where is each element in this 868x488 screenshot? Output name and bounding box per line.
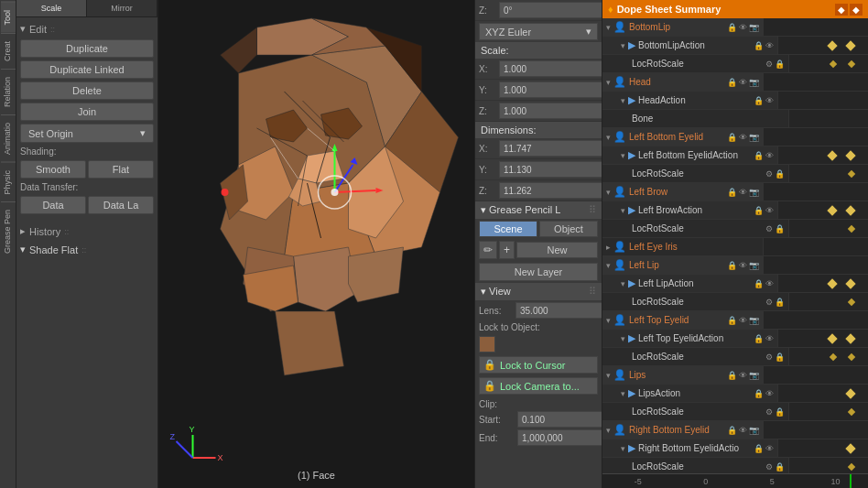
eye-icon[interactable]: 👁 (765, 279, 774, 288)
list-item[interactable]: ▾ 👤 Lips 🔒 👁 📷 (602, 366, 868, 385)
list-item[interactable]: ▾ ▶ Left BrowAction 🔒 👁 (602, 201, 868, 220)
list-item[interactable]: ▾ ▶ Left Top EyelidAction 🔒 👁 (602, 330, 868, 348)
plus-icon-btn[interactable]: + (499, 241, 515, 259)
lock-to-cursor-button[interactable]: 🔒 Lock to Cursor (479, 356, 598, 374)
lock-icon[interactable]: 🔒 (754, 444, 764, 453)
settings-icon[interactable]: ⚙ (765, 407, 773, 417)
lock-icon[interactable]: 🔒 (775, 407, 785, 417)
eye-icon[interactable]: 👁 (739, 133, 747, 142)
lock-icon[interactable]: 🔒 (754, 206, 764, 215)
list-item[interactable]: ▸ 👤 Left Eye Iris (602, 238, 868, 256)
expand-arrow[interactable]: ▾ (606, 23, 611, 32)
list-item[interactable]: LocRotScale ⚙ 🔒 (602, 55, 868, 73)
list-item[interactable]: ▾ 👤 Right Bottom Eyelid 🔒 👁 📷 (602, 421, 868, 439)
camera-icon[interactable]: 📷 (749, 316, 759, 325)
lock-icon[interactable]: 🔒 (727, 78, 737, 87)
list-item[interactable]: LocRotScale ⚙ 🔒 (602, 348, 868, 366)
list-item[interactable]: ▾ ▶ LipsAction 🔒 👁 (602, 385, 868, 403)
end-input[interactable] (517, 429, 602, 446)
eye-icon[interactable]: 👁 (739, 78, 747, 87)
tab-tool[interactable]: Tool (1, 2, 16, 33)
lens-input[interactable] (515, 302, 602, 319)
list-item[interactable]: LocRotScale ⚙ 🔒 (602, 165, 868, 183)
expand-arrow[interactable]: ▾ (606, 261, 611, 270)
list-item[interactable]: ▾ 👤 Left Top Eyelid 🔒 👁 📷 (602, 311, 868, 330)
lock-icon[interactable]: 🔒 (775, 224, 785, 233)
list-item[interactable]: Bone (602, 110, 868, 128)
timeline-ruler[interactable]: -5 0 5 10 (602, 473, 868, 488)
expand-arrow[interactable]: ▾ (621, 334, 625, 343)
list-item[interactable]: LocRotScale ⚙ 🔒 (602, 220, 868, 238)
list-item[interactable]: ▾ ▶ Left Bottom EyelidAction 🔒 👁 (602, 146, 868, 165)
eye-icon[interactable]: 👁 (739, 316, 747, 325)
list-item[interactable]: ▾ ▶ HeadAction 🔒 👁 (602, 92, 868, 110)
eye-icon[interactable]: 👁 (765, 206, 774, 215)
camera-icon[interactable]: 📷 (749, 371, 759, 380)
eye-icon[interactable]: 👁 (739, 371, 747, 380)
expand-arrow[interactable]: ▾ (606, 371, 611, 380)
list-item[interactable]: LocRotScale ⚙ 🔒 (602, 458, 868, 473)
expand-arrow[interactable]: ▾ (606, 426, 611, 435)
list-item[interactable]: ▾ 👤 Head 🔒 👁 📷 (602, 73, 868, 92)
tab-physic[interactable]: Physic (1, 162, 16, 202)
lock-icon[interactable]: 🔒 (727, 23, 737, 32)
flat-button[interactable]: Flat (88, 160, 154, 179)
list-item[interactable]: LocRotScale ⚙ 🔒 (602, 403, 868, 421)
shade-arrow[interactable]: ▾ (20, 244, 26, 255)
settings-icon[interactable]: ⚙ (765, 60, 773, 69)
object-tab[interactable]: Object (539, 221, 598, 237)
dim-x-input[interactable] (499, 140, 602, 157)
dope-list[interactable]: ▾ 👤 BottomLip 🔒 👁 📷 ▾ ▶ BottomLipAction … (602, 18, 868, 473)
eye-icon[interactable]: 👁 (765, 96, 774, 105)
scale-y-input[interactable] (499, 81, 602, 98)
data-button[interactable]: Data (20, 196, 86, 214)
orientation-dropdown[interactable]: XYZ Euler ▾ (479, 23, 598, 40)
list-item[interactable]: ▾ ▶ Right Bottom EyelidActio 🔒 👁 (602, 439, 868, 458)
list-item[interactable]: ▾ 👤 Left Lip 🔒 👁 📷 (602, 256, 868, 275)
eye-icon[interactable]: 👁 (739, 426, 747, 435)
settings-icon[interactable]: ⚙ (765, 169, 773, 179)
expand-arrow[interactable]: ▾ (621, 279, 625, 288)
scale-z-input[interactable] (499, 103, 602, 119)
expand-arrow[interactable]: ▾ (606, 316, 611, 325)
eye-icon[interactable]: 👁 (739, 23, 747, 32)
duplicate-linked-button[interactable]: Duplicate Linked (20, 60, 154, 79)
camera-icon[interactable]: 📷 (749, 188, 759, 197)
eye-icon[interactable]: 👁 (765, 444, 774, 453)
lock-icon[interactable]: 🔒 (754, 96, 764, 105)
settings-icon[interactable]: ⚙ (765, 352, 773, 362)
expand-arrow[interactable]: ▾ (621, 389, 625, 398)
eye-icon[interactable]: 👁 (739, 188, 747, 197)
list-item[interactable]: ▾ ▶ Left LipAction 🔒 👁 (602, 275, 868, 293)
tab-creat[interactable]: Creat (1, 33, 16, 69)
lock-icon[interactable]: 🔒 (727, 316, 737, 325)
expand-arrow[interactable]: ▾ (621, 41, 625, 50)
rot-z-input[interactable] (499, 2, 602, 18)
tab-grease-pen[interactable]: Grease Pen (1, 201, 16, 261)
duplicate-button[interactable]: Duplicate (20, 39, 154, 58)
pencil-icon-btn[interactable]: ✏ (479, 241, 497, 259)
lock-icon[interactable]: 🔒 (727, 261, 737, 270)
new-layer-button[interactable]: New Layer (479, 263, 598, 281)
camera-icon[interactable]: 📷 (749, 23, 759, 32)
camera-icon[interactable]: 📷 (749, 133, 759, 142)
list-item[interactable]: ▾ ▶ BottomLipAction 🔒 👁 (602, 37, 868, 55)
grease-pencil-section[interactable]: ▾ Grease Pencil L ⠿ (475, 201, 602, 219)
tab-mirror[interactable]: Mirror (87, 0, 157, 16)
join-button[interactable]: Join (20, 103, 154, 121)
camera-icon[interactable]: 📷 (749, 261, 759, 270)
lock-icon[interactable]: 🔒 (775, 60, 785, 69)
new-button[interactable]: New (516, 242, 598, 258)
expand-arrow[interactable]: ▾ (606, 78, 611, 87)
lock-icon[interactable]: 🔒 (775, 462, 785, 472)
dope-ctrl-2[interactable]: ◆ (850, 4, 863, 16)
expand-arrow[interactable]: ▾ (621, 151, 625, 160)
lock-icon[interactable]: 🔒 (727, 371, 737, 380)
eye-icon[interactable]: 👁 (765, 41, 774, 50)
set-origin-button[interactable]: Set Origin ▾ (20, 124, 154, 143)
settings-icon[interactable]: ⚙ (765, 462, 773, 472)
settings-icon[interactable]: ⚙ (765, 224, 773, 233)
lock-icon[interactable]: 🔒 (754, 334, 764, 343)
smooth-button[interactable]: Smooth (20, 160, 86, 179)
expand-arrow[interactable]: ▾ (606, 188, 611, 197)
